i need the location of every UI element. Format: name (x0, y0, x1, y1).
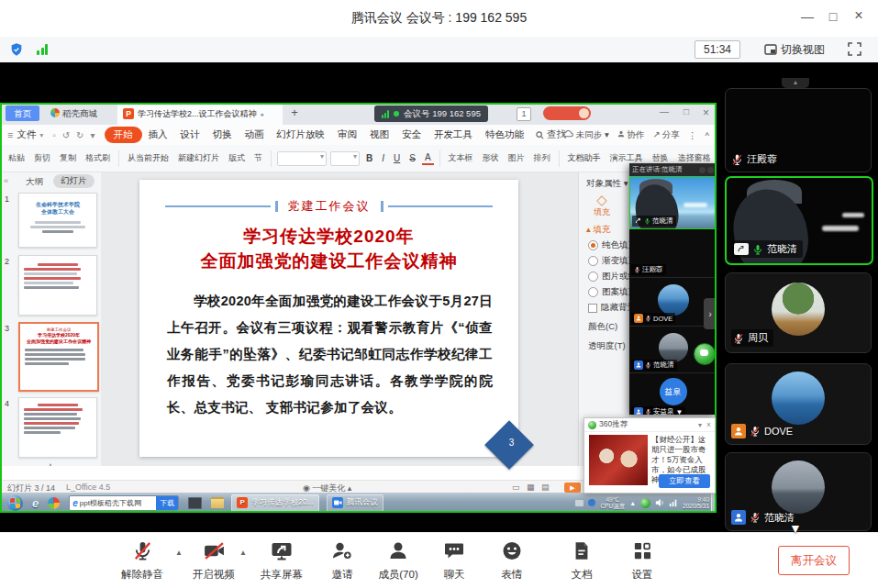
current-slide[interactable]: 党建工作会议 学习传达学校2020年 全面加强党的建设工作会议精神 学校2020… (139, 180, 518, 457)
float-tile-participant[interactable]: 汪殿蓉 (629, 229, 717, 278)
slide-thumbnail-2[interactable] (18, 255, 97, 316)
fullscreen-icon[interactable] (848, 42, 861, 60)
panel-button-icon[interactable] (707, 167, 714, 173)
wps-notification-badge[interactable]: 1 (517, 107, 531, 121)
ad-image[interactable] (589, 435, 648, 485)
start-button[interactable] (7, 495, 23, 511)
shared-screen[interactable]: 首页 稻壳商城 P 学习传达学校2...设工作会议精神 ● + 会议号 199 … (0, 62, 717, 532)
collapse-ribbon-icon[interactable]: ^ (706, 130, 709, 140)
scroll-down-icon[interactable]: ▼ (789, 521, 802, 536)
tray-icon[interactable] (575, 500, 583, 506)
tray-icon[interactable] (588, 499, 595, 506)
network-icon[interactable] (669, 498, 678, 507)
cpu-temp-indicator[interactable]: 49℃CPU温度 (600, 496, 625, 509)
new-slide-button[interactable]: 新建幻灯片 (175, 150, 222, 166)
mute-options-caret-icon[interactable]: ▲ (175, 549, 183, 557)
switch-view-button[interactable]: 切换视图 (764, 40, 825, 59)
caret-down-icon[interactable]: ▼ (676, 408, 684, 416)
slides-tab[interactable]: 幻灯片 (53, 174, 94, 188)
picture-button[interactable]: 图片 (506, 150, 528, 166)
collapse-panel-icon[interactable]: « (4, 175, 8, 185)
bold-button[interactable]: B (363, 152, 375, 164)
taskbar-wps-task[interactable]: P 学习传达学校20... (231, 494, 319, 512)
participant-tile[interactable]: 汪殿蓉 (725, 88, 872, 172)
360-tray-icon[interactable] (640, 498, 650, 508)
wps-restore-icon[interactable]: □ (684, 106, 689, 116)
ribbon-tab-transition[interactable]: 切换 (206, 127, 239, 143)
share-screen-button[interactable]: 共享屏幕 (252, 539, 311, 582)
font-size-select[interactable] (330, 151, 360, 166)
ribbon-tab-insert[interactable]: 插入 (142, 127, 174, 143)
paste-button[interactable]: 粘贴 (6, 150, 28, 166)
float-tile-participant[interactable]: 益泉 安益泉 ▼ (629, 373, 717, 415)
slide-thumbnail-3[interactable]: 党建工作会议 学习传达学校2020年 全面加强党的建设工作会议精神 (18, 322, 99, 392)
shapes-button[interactable]: 形状 (480, 150, 502, 166)
chat-button[interactable]: 聊天 (425, 539, 483, 582)
more-menu-icon[interactable]: ⋮ (688, 130, 697, 140)
ad-view-button[interactable]: 立即查看 (659, 474, 710, 488)
slide-thumbnail-1[interactable]: 生命科学技术学院 全体教工大会 (18, 193, 97, 248)
network-quality-icon[interactable] (37, 44, 48, 55)
ribbon-tab-design[interactable]: 设计 (174, 127, 206, 143)
wps-account-pill[interactable] (543, 106, 591, 120)
sync-status[interactable]: 未同步 ▾ (563, 129, 609, 141)
format-painter-button[interactable]: 格式刷 (83, 150, 113, 166)
ie-taskbar-icon[interactable]: e (32, 496, 39, 510)
explorer-folder-icon[interactable] (211, 497, 224, 508)
textbox-button[interactable]: 文本框 (446, 150, 476, 166)
tray-expand-icon[interactable]: ▲ (629, 500, 636, 506)
underline-button[interactable]: U (391, 152, 403, 164)
search-go-button[interactable]: 下载 (156, 496, 178, 510)
view-sorter-icon[interactable]: ▦ (527, 483, 535, 492)
members-button[interactable]: 成员(70) (369, 539, 428, 582)
start-video-button[interactable]: 开启视频 (184, 539, 243, 582)
share-button[interactable]: ↗ 分享 (652, 129, 680, 141)
invite-button[interactable]: 邀请 (313, 539, 372, 582)
float-tile-speaker[interactable]: 范晓清 (629, 176, 717, 229)
wps-find-button[interactable]: 查找 (536, 128, 566, 141)
video-options-caret-icon[interactable]: ▲ (239, 549, 247, 557)
minimize-icon[interactable]: — (795, 9, 819, 24)
floating-green-icon[interactable] (694, 343, 716, 365)
section-button[interactable]: 节 (251, 150, 265, 166)
slideshow-play-button[interactable]: ▶ (564, 483, 581, 493)
show-desktop-button[interactable] (711, 493, 717, 513)
ribbon-tab-devtools[interactable]: 开发工具 (428, 127, 479, 143)
ribbon-tab-security[interactable]: 安全 (395, 127, 428, 143)
ribbon-tab-features[interactable]: 特色功能 (479, 127, 530, 143)
slide-body-text[interactable]: 学校2020年全面加强党的建设工作会议于5月27日上午召开。会议有三项议程：观看… (167, 288, 493, 421)
ribbon-tab-animation[interactable]: 动画 (239, 127, 271, 143)
wps-tab-home[interactable]: 首页 (6, 105, 39, 121)
participant-tile[interactable]: 周贝 (725, 272, 872, 353)
slide-thumbnail-4[interactable] (18, 397, 97, 458)
italic-button[interactable]: I (379, 152, 387, 164)
arrange-button[interactable]: 排列 (531, 150, 553, 166)
slide-canvas[interactable]: 党建工作会议 学习传达学校2020年 全面加强党的建设工作会议精神 学校2020… (101, 172, 578, 466)
slide-title[interactable]: 学习传达学校2020年 全面加强党的建设工作会议精神 (139, 224, 518, 273)
taskbar-search-box[interactable]: e ppt模板稻壳下载网 下载 (69, 495, 179, 511)
strike-button[interactable]: S (406, 152, 418, 164)
wps-close-icon[interactable]: × (703, 106, 709, 119)
outline-tab[interactable]: 大纲 (26, 176, 43, 188)
view-normal-icon[interactable]: ▭ (512, 483, 520, 492)
cut-button[interactable]: 剪切 (31, 150, 53, 166)
volume-icon[interactable] (655, 498, 664, 507)
view-reading-icon[interactable]: ▤ (541, 483, 550, 492)
font-select[interactable] (277, 151, 327, 166)
ribbon-tab-view[interactable]: 视图 (363, 127, 395, 143)
ribbon-tab-slideshow[interactable]: 幻灯片放映 (271, 127, 332, 143)
add-slide-button[interactable]: + (0, 459, 101, 466)
participant-tile[interactable]: DOVE (725, 363, 872, 445)
layout-button[interactable]: 版式 (226, 150, 248, 166)
browser-ball-icon[interactable] (48, 497, 60, 509)
close-icon[interactable]: × (847, 7, 871, 24)
doc-assistant-button[interactable]: 文档助手 (565, 150, 604, 166)
wps-quick-icons[interactable]: ▫↺↻▾ (52, 130, 94, 140)
docs-button[interactable]: 文档 (552, 539, 611, 582)
meeting-floating-pill[interactable]: 会议号 199 162 595 (374, 105, 488, 122)
popup-ad-360[interactable]: 360推荐 ▾ × 【财经公开】这期只进一股市奇才！5万资金入市，如今已成股神！… (583, 417, 716, 494)
wps-minimize-icon[interactable]: — (660, 106, 669, 116)
wps-tab-store[interactable]: 稻壳商城 (48, 105, 103, 121)
fill-tool[interactable]: ◇ 填充 (588, 194, 616, 218)
ribbon-tab-home[interactable]: 开始 (105, 127, 142, 143)
